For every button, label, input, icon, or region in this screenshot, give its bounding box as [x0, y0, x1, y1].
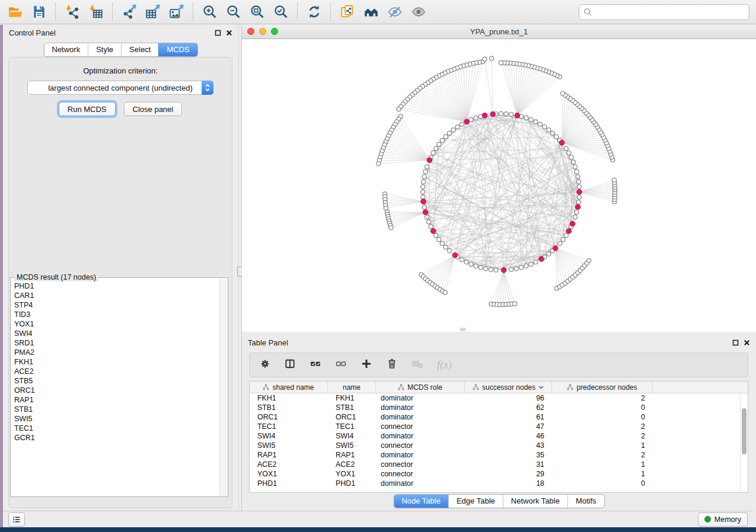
mcds-result-item[interactable]: FKH1 — [14, 357, 219, 367]
table-row[interactable]: SWI4SWI4dominator462 — [250, 431, 748, 441]
export-table-button[interactable] — [141, 2, 165, 22]
import-table-button[interactable] — [84, 2, 108, 22]
table-cell[interactable]: dominator — [376, 403, 465, 412]
column-header-successor-nodes[interactable]: successor nodes — [465, 382, 552, 393]
table-cell[interactable] — [653, 403, 748, 412]
table-cell[interactable]: dominator — [376, 479, 465, 488]
close-panel-icon[interactable] — [226, 30, 232, 36]
console-button[interactable] — [8, 512, 25, 527]
table-cell[interactable] — [653, 450, 748, 460]
table-cell[interactable]: ACE2 — [250, 460, 328, 469]
mcds-result-item[interactable]: GCR1 — [14, 433, 219, 443]
table-cell[interactable]: 2 — [552, 431, 653, 441]
show-hidden-button[interactable] — [407, 2, 430, 22]
table-cell[interactable]: dominator — [376, 412, 465, 422]
tab-network[interactable]: Network — [44, 43, 88, 56]
table-cell[interactable]: 0 — [552, 403, 653, 412]
table-cell[interactable]: STB1 — [328, 403, 376, 412]
table-cell[interactable] — [653, 460, 748, 469]
table-cell[interactable]: TEC1 — [328, 422, 376, 431]
close-panel-button[interactable]: Close panel — [124, 102, 183, 116]
mcds-result-scrollbar[interactable] — [219, 278, 227, 496]
float-panel-icon[interactable] — [215, 30, 221, 36]
mcds-result-item[interactable]: STB5 — [14, 376, 219, 386]
table-cell[interactable]: 31 — [465, 460, 552, 469]
table-cell[interactable]: dominator — [376, 450, 465, 460]
table-cell[interactable]: 18 — [465, 479, 552, 488]
table-cell[interactable]: 43 — [465, 441, 552, 450]
criterion-dropdown[interactable]: largest connected component (undirected) — [27, 81, 213, 95]
float-table-panel-icon[interactable] — [732, 339, 739, 346]
table-row[interactable]: STB1STB1dominator620 — [250, 403, 748, 412]
table-cell[interactable]: 46 — [465, 431, 552, 441]
table-cell[interactable]: 29 — [465, 469, 552, 479]
table-cell[interactable]: dominator — [376, 431, 465, 441]
table-row[interactable]: TEC1TEC1connector472 — [250, 422, 748, 431]
table-cell[interactable]: SWI4 — [250, 431, 328, 441]
table-cell[interactable]: SWI5 — [250, 441, 328, 450]
table-cell[interactable] — [653, 412, 748, 422]
clone-network-button[interactable] — [336, 2, 359, 22]
table-cell[interactable]: TEC1 — [250, 422, 328, 431]
add-row-button[interactable] — [361, 358, 372, 372]
table-row[interactable]: ORC1ORC1dominator610 — [250, 412, 748, 422]
deselect-all-button[interactable] — [335, 358, 347, 372]
table-row[interactable]: YOX1YOX1connector291 — [250, 469, 748, 479]
table-cell[interactable]: 61 — [465, 412, 552, 422]
export-network-button[interactable] — [117, 2, 141, 22]
table-cell[interactable] — [653, 431, 748, 441]
table-cell[interactable]: SWI5 — [328, 441, 376, 450]
table-cell[interactable]: ORC1 — [328, 412, 376, 422]
zoom-selected-button[interactable] — [269, 2, 293, 22]
column-header-predecessor-nodes[interactable]: predecessor nodes — [552, 382, 653, 393]
mcds-result-item[interactable]: YOX1 — [14, 319, 219, 329]
table-cell[interactable]: 0 — [552, 412, 653, 422]
close-table-panel-icon[interactable] — [744, 339, 750, 346]
table-cell[interactable]: ACE2 — [328, 460, 376, 469]
maximize-window-button[interactable] — [271, 28, 278, 35]
table-scrollbar-thumb[interactable] — [742, 408, 747, 454]
column-header-name[interactable]: name — [328, 382, 376, 393]
column-header-shared-name[interactable]: shared name — [250, 382, 328, 393]
table-cell[interactable] — [653, 479, 748, 488]
import-network-button[interactable] — [60, 2, 84, 22]
table-cell[interactable]: FKH1 — [328, 393, 376, 403]
memory-button[interactable]: Memory — [698, 512, 748, 527]
tab-motifs[interactable]: Motifs — [567, 495, 604, 508]
mcds-result-item[interactable]: CAR1 — [14, 291, 219, 300]
delete-row-button[interactable] — [386, 358, 398, 372]
table-scrollbar[interactable] — [740, 393, 748, 492]
table-cell[interactable]: 1 — [552, 441, 653, 450]
save-session-button[interactable] — [27, 2, 51, 22]
tab-select[interactable]: Select — [121, 43, 158, 56]
table-row[interactable]: ACE2ACE2connector311 — [250, 460, 748, 469]
table-cell[interactable]: YOX1 — [250, 469, 328, 479]
tab-style[interactable]: Style — [88, 43, 121, 56]
mcds-result-item[interactable]: RAP1 — [14, 395, 219, 405]
close-window-button[interactable] — [247, 28, 254, 35]
tab-node-table[interactable]: Node Table — [394, 495, 448, 508]
table-cell[interactable]: 2 — [552, 393, 653, 403]
table-cell[interactable]: 2 — [552, 450, 653, 460]
run-mcds-button[interactable]: Run MCDS — [59, 102, 116, 116]
minimize-window-button[interactable] — [259, 28, 266, 35]
mcds-result-item[interactable]: SWI4 — [14, 329, 219, 338]
table-cell[interactable]: FKH1 — [250, 393, 328, 403]
table-cell[interactable]: 35 — [465, 450, 552, 460]
open-file-button[interactable] — [4, 2, 27, 22]
columns-button[interactable] — [284, 358, 296, 372]
table-cell[interactable]: SWI4 — [328, 431, 376, 441]
table-row[interactable]: PHD1PHD1dominator180 — [250, 479, 748, 488]
table-cell[interactable]: PHD1 — [250, 479, 328, 488]
mcds-result-item[interactable]: TEC1 — [14, 424, 219, 433]
mcds-result-item[interactable]: ORC1 — [14, 386, 219, 395]
search-input[interactable] — [592, 6, 749, 18]
table-cell[interactable]: connector — [376, 460, 465, 469]
tab-edge-table[interactable]: Edge Table — [448, 495, 503, 508]
tab-mcds[interactable]: MCDS — [158, 43, 197, 56]
table-cell[interactable]: 1 — [552, 460, 653, 469]
table-cell[interactable]: 47 — [465, 422, 552, 431]
mcds-result-item[interactable]: SRD1 — [14, 338, 219, 348]
mcds-result-item[interactable]: PHD1 — [14, 281, 219, 291]
canvas-grip[interactable] — [460, 328, 465, 331]
